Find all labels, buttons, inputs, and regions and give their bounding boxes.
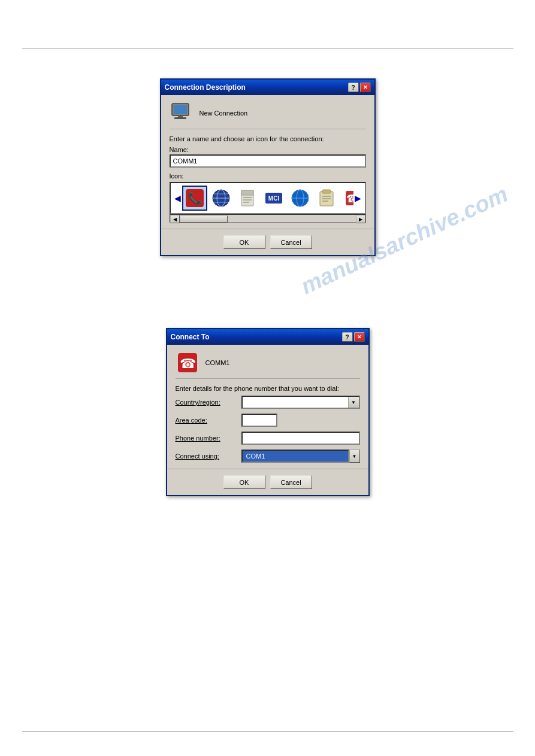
dialog2-header: ☎ COMM1 <box>176 352 360 379</box>
dialog2-connect-row: Connect using: COM1 ▼ <box>176 450 360 463</box>
svg-text:MCI: MCI <box>268 195 279 202</box>
dialog2-country-row: Country/region: ▼ <box>176 396 360 409</box>
svg-rect-3 <box>174 117 186 119</box>
dialog2-connect-using-wrapper: COM1 ▼ <box>241 450 360 463</box>
dialog1-title-buttons: ? ✕ <box>348 83 371 92</box>
dialog1-scroll-left[interactable]: ◀ <box>173 193 182 203</box>
svg-rect-23 <box>322 190 331 193</box>
dialog2-buttons: OK Cancel <box>176 475 360 489</box>
dialog1-title-left: Connection Description <box>165 83 246 92</box>
dialog1-scrollbar[interactable]: ◀ ▶ <box>170 214 366 223</box>
dialog2-connect-dropdown-btn[interactable]: ▼ <box>349 450 360 463</box>
dialog2-country-select[interactable]: ▼ <box>241 396 360 409</box>
dialog2-header-icon: ☎ <box>176 352 200 374</box>
svg-text:☎: ☎ <box>346 193 353 205</box>
svg-text:☎: ☎ <box>179 356 195 371</box>
dialog2-area-label: Area code: <box>176 417 241 424</box>
bottom-separator <box>22 731 513 732</box>
dialog1-titlebar: Connection Description ? ✕ <box>161 80 374 95</box>
dialog1-title-text: Connection Description <box>165 83 246 92</box>
dialog1-ok-button[interactable]: OK <box>223 235 265 249</box>
dialog2-title-text: Connect To <box>171 333 210 341</box>
dialog1-buttons: OK Cancel <box>170 235 366 249</box>
dialog2-country-dropdown-btn[interactable]: ▼ <box>348 397 359 408</box>
dialog1-close-button[interactable]: ✕ <box>360 83 371 92</box>
dialog2-country-label: Country/region: <box>176 399 241 406</box>
dialog1-name-label: Name: <box>170 146 366 153</box>
dialog2-cancel-button[interactable]: Cancel <box>270 475 312 489</box>
dialog1-scroll-right[interactable]: ▶ <box>353 193 362 203</box>
dialog1-name-input[interactable] <box>170 154 366 168</box>
dialog1-icon-7[interactable]: ☎ <box>340 186 353 211</box>
svg-rect-12 <box>241 190 253 195</box>
scrollbar-right-btn[interactable]: ▶ <box>356 215 365 223</box>
dialog2-area-input[interactable] <box>241 414 277 427</box>
page: manualsarchive.com Connection Descriptio… <box>0 0 535 756</box>
dialog1-body: New Connection Enter a name and choose a… <box>161 95 374 255</box>
dialog1-icon-1[interactable]: 📞 <box>182 186 207 211</box>
dialog2-area-row: Area code: <box>176 414 360 427</box>
dialog2-help-button[interactable]: ? <box>342 332 353 342</box>
dialog1-icon-4[interactable]: MCI <box>261 186 286 211</box>
dialog1-icon-2[interactable] <box>208 186 234 211</box>
dialog2-separator <box>167 469 368 469</box>
scrollbar-left-btn[interactable]: ◀ <box>170 215 180 223</box>
dialog1-separator <box>161 229 374 229</box>
dialog2-prompt: Enter details for the phone number that … <box>176 385 360 392</box>
phone-icon: ☎ <box>177 352 198 374</box>
dialog2-country-value <box>243 401 348 403</box>
dialog2-title-buttons: ? ✕ <box>342 332 365 342</box>
dialog2-phone-row: Phone number: <box>176 432 360 445</box>
dialogs-section: Connection Description ? ✕ <box>0 48 535 731</box>
dialog1-cancel-button[interactable]: Cancel <box>270 235 312 249</box>
dialog2-phone-input[interactable] <box>241 432 360 445</box>
dialog1-subtitle: New Connection <box>200 110 248 117</box>
dialog1-icon-items: 📞 <box>182 186 353 211</box>
dialog2-body: ☎ COMM1 Enter details for the phone numb… <box>167 345 368 495</box>
svg-rect-1 <box>174 105 187 114</box>
dialog2-titlebar: Connect To ? ✕ <box>167 329 368 345</box>
dialog2-connect-select[interactable]: COM1 <box>241 450 349 463</box>
dialog2-close-button[interactable]: ✕ <box>354 332 365 342</box>
dialog2-title-left: Connect To <box>171 333 210 341</box>
dialog1-help-button[interactable]: ? <box>348 83 359 92</box>
dialog1-header: New Connection <box>170 102 366 129</box>
dialog2-connect-value: COM1 <box>246 453 265 460</box>
computer-icon <box>170 102 194 124</box>
connect-to-dialog: Connect To ? ✕ ☎ <box>166 328 370 496</box>
dialog2-connect-label: Connect using: <box>176 453 241 460</box>
connection-description-dialog: Connection Description ? ✕ <box>160 78 376 256</box>
dialog1-icon-label: Icon: <box>170 172 366 180</box>
dialog1-icon-6[interactable] <box>314 186 339 211</box>
dialog1-prompt: Enter a name and choose an icon for the … <box>170 135 366 142</box>
dialog1-icon-3[interactable] <box>235 186 260 211</box>
dialog2-phone-label: Phone number: <box>176 435 241 442</box>
dialog2-ok-button[interactable]: OK <box>223 475 265 489</box>
dialog1-icon-strip: ◀ 📞 <box>170 182 366 214</box>
dialog2-subtitle: COMM1 <box>205 359 230 366</box>
dialog1-icon-5[interactable] <box>288 186 313 211</box>
scrollbar-thumb[interactable] <box>180 215 228 223</box>
svg-text:📞: 📞 <box>187 191 202 205</box>
dialog1-header-icon <box>170 102 194 124</box>
